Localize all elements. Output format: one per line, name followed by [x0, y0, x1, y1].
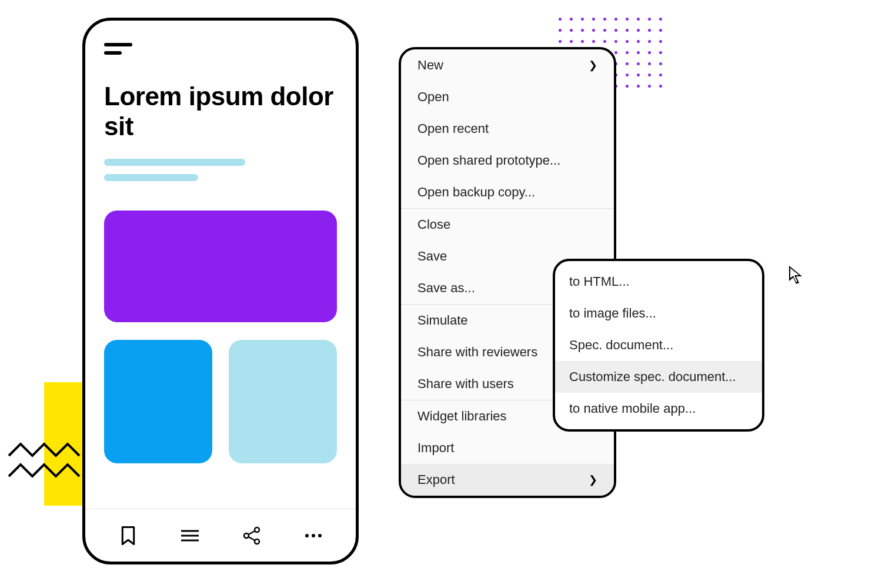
mouse-cursor-icon — [788, 265, 804, 286]
svg-point-10 — [318, 534, 322, 537]
svg-point-8 — [305, 534, 309, 537]
svg-line-7 — [248, 537, 255, 540]
menu-item-open-backup-copy[interactable]: Open backup copy... — [401, 176, 614, 208]
menu-item-open-recent[interactable]: Open recent — [401, 113, 614, 145]
menu-item-open[interactable]: Open — [401, 81, 614, 113]
submenu-item-label: Spec. document... — [569, 338, 673, 352]
list-icon[interactable] — [179, 525, 201, 546]
menu-item-label: Simulate — [417, 313, 468, 328]
card-featured[interactable] — [104, 211, 337, 322]
submenu-item-to-html[interactable]: to HTML... — [555, 266, 762, 298]
menu-item-label: Open shared prototype... — [417, 153, 560, 168]
menu-item-label: Open recent — [417, 121, 489, 136]
card-item-lightblue[interactable] — [229, 340, 337, 463]
menu-item-label: Save — [417, 249, 447, 264]
svg-line-6 — [248, 531, 255, 534]
subtitle-placeholder — [104, 159, 337, 181]
svg-point-3 — [255, 527, 259, 532]
share-icon[interactable] — [241, 525, 262, 546]
menu-item-import[interactable]: Import — [401, 432, 614, 464]
chevron-right-icon: ❯ — [589, 59, 597, 72]
export-submenu: to HTML... to image files... Spec. docum… — [553, 259, 764, 432]
svg-point-4 — [244, 533, 249, 538]
menu-item-label: New — [417, 58, 443, 73]
card-item-blue[interactable] — [104, 340, 212, 463]
menu-item-label: Close — [417, 217, 450, 232]
menu-item-export[interactable]: Export❯ — [401, 464, 614, 496]
hamburger-icon[interactable] — [104, 43, 132, 55]
bookmark-icon[interactable] — [118, 525, 139, 546]
more-icon[interactable] — [303, 525, 324, 546]
submenu-item-to-native-mobile-app[interactable]: to native mobile app... — [555, 393, 762, 425]
svg-point-9 — [312, 534, 315, 537]
menu-item-label: Share with reviewers — [417, 345, 537, 360]
menu-item-label: Save as... — [417, 280, 475, 296]
submenu-item-label: to HTML... — [569, 274, 630, 289]
menu-item-label: Open backup copy... — [417, 185, 535, 200]
phone-toolbar — [85, 509, 356, 562]
submenu-item-label: to image files... — [569, 306, 656, 320]
submenu-item-to-image-files[interactable]: to image files... — [555, 298, 762, 329]
submenu-item-spec-document[interactable]: Spec. document... — [555, 329, 762, 361]
menu-item-close[interactable]: Close — [401, 208, 614, 240]
svg-point-5 — [255, 539, 259, 544]
menu-item-label: Export — [417, 472, 455, 487]
submenu-item-customize-spec-document[interactable]: Customize spec. document... — [555, 361, 762, 393]
menu-item-label: Share with users — [417, 376, 514, 392]
menu-item-label: Import — [417, 440, 454, 456]
menu-item-label: Open — [417, 89, 449, 105]
submenu-item-label: to native mobile app... — [569, 401, 696, 416]
chevron-right-icon: ❯ — [589, 473, 597, 486]
decorative-zigzag — [6, 441, 94, 494]
menu-item-open-shared-prototype[interactable]: Open shared prototype... — [401, 145, 614, 176]
submenu-item-label: Customize spec. document... — [569, 369, 736, 384]
page-title: Lorem ipsum dolor sit — [104, 82, 337, 141]
phone-mockup: Lorem ipsum dolor sit — [82, 18, 359, 564]
menu-item-label: Widget libraries — [417, 409, 507, 424]
menu-item-new[interactable]: New❯ — [401, 49, 614, 81]
